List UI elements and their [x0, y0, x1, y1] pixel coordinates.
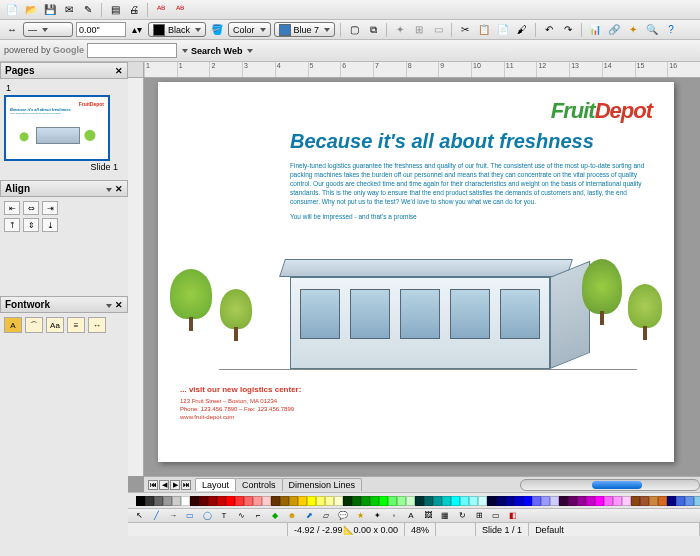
color-swatch[interactable]	[469, 496, 478, 506]
tab-controls[interactable]: Controls	[235, 478, 283, 491]
color-swatch[interactable]	[181, 496, 190, 506]
color-swatch[interactable]	[244, 496, 253, 506]
status-zoom[interactable]: 48%	[405, 523, 436, 536]
brush-icon[interactable]: 🖌	[514, 22, 530, 38]
tab-dimension[interactable]: Dimension Lines	[282, 478, 363, 491]
rect-icon[interactable]: ▭	[183, 510, 197, 522]
fontwork-shape-icon[interactable]: ⌒	[25, 317, 43, 333]
color-swatch[interactable]	[271, 496, 280, 506]
flowchart-icon[interactable]: ▱	[319, 510, 333, 522]
document-page[interactable]: FruitDepot Because it's all about freshn…	[158, 82, 674, 462]
cut-icon[interactable]: ✂	[457, 22, 473, 38]
color-swatch[interactable]	[442, 496, 451, 506]
color-swatch[interactable]	[424, 496, 433, 506]
help-icon[interactable]: ?	[663, 22, 679, 38]
color-swatch[interactable]	[451, 496, 460, 506]
text-icon[interactable]: T	[217, 510, 231, 522]
color-swatch[interactable]	[307, 496, 316, 506]
tab-last-icon[interactable]: ⏭	[181, 480, 191, 490]
color-swatch[interactable]	[478, 496, 487, 506]
color-swatch[interactable]	[595, 496, 604, 506]
tab-layout[interactable]: Layout	[195, 478, 236, 491]
slide-thumbnail[interactable]: FruitDepot Because it's all about freshn…	[4, 95, 110, 161]
color-swatch[interactable]	[217, 496, 226, 506]
copy-icon[interactable]: 📋	[476, 22, 492, 38]
color-swatch[interactable]	[334, 496, 343, 506]
shadow-icon[interactable]: ▢	[346, 22, 362, 38]
block-arrows-icon[interactable]: ⬈	[302, 510, 316, 522]
color-swatch[interactable]	[163, 496, 172, 506]
arrange-icon[interactable]: ▭	[430, 22, 446, 38]
callout-icon[interactable]: 💬	[336, 510, 350, 522]
undo-icon[interactable]: ↶	[541, 22, 557, 38]
fill-icon[interactable]: 🪣	[209, 22, 225, 38]
color-swatch[interactable]	[361, 496, 370, 506]
spell-icon[interactable]: ᴬᴮ	[153, 2, 169, 18]
search-dropdown-icon[interactable]	[182, 49, 188, 53]
color-swatch[interactable]	[289, 496, 298, 506]
align-center-v-icon[interactable]: ⇕	[23, 218, 39, 232]
search-web-button[interactable]: Search Web	[191, 46, 242, 56]
color-swatch[interactable]	[235, 496, 244, 506]
basic-shapes-icon[interactable]: ◆	[268, 510, 282, 522]
color-swatch[interactable]	[253, 496, 262, 506]
effects-icon[interactable]: ✦	[392, 22, 408, 38]
color-swatch[interactable]	[298, 496, 307, 506]
color-swatch[interactable]	[190, 496, 199, 506]
fontwork-align-icon[interactable]: ≡	[67, 317, 85, 333]
fontwork-spacing-icon[interactable]: ↔	[88, 317, 106, 333]
color-swatch[interactable]	[199, 496, 208, 506]
color-swatch[interactable]	[406, 496, 415, 506]
color-swatch[interactable]	[667, 496, 676, 506]
insert-image-icon[interactable]: 🖼	[421, 510, 435, 522]
color-swatch[interactable]	[523, 496, 532, 506]
color-swatch[interactable]	[541, 496, 550, 506]
color-swatch[interactable]	[388, 496, 397, 506]
close-icon[interactable]: ✕	[115, 66, 123, 76]
fill-type-combo[interactable]: Color	[228, 22, 271, 37]
fontwork-icon[interactable]: A	[404, 510, 418, 522]
color-swatch[interactable]	[604, 496, 613, 506]
align-icon[interactable]: ⊞	[411, 22, 427, 38]
color-swatch[interactable]	[685, 496, 694, 506]
color-swatch[interactable]	[226, 496, 235, 506]
curve-icon[interactable]: ∿	[234, 510, 248, 522]
color-swatch[interactable]	[622, 496, 631, 506]
color-swatch[interactable]	[154, 496, 163, 506]
align-top-icon[interactable]: ⤒	[4, 218, 20, 232]
symbol-shapes-icon[interactable]: ☻	[285, 510, 299, 522]
autospell-icon[interactable]: ᴬᴮ	[172, 2, 188, 18]
save-icon[interactable]: 💾	[42, 2, 58, 18]
align-icon[interactable]: ⊞	[472, 510, 486, 522]
ellipse-icon[interactable]: ◯	[200, 510, 214, 522]
color-swatch[interactable]	[676, 496, 685, 506]
color-swatch[interactable]	[577, 496, 586, 506]
paste-icon[interactable]: 📄	[495, 22, 511, 38]
crop-icon[interactable]: ⧉	[365, 22, 381, 38]
align-bottom-icon[interactable]: ⤓	[42, 218, 58, 232]
chart-icon[interactable]: 📊	[587, 22, 603, 38]
align-left-icon[interactable]: ⇤	[4, 201, 20, 215]
glue-icon[interactable]: ◦	[387, 510, 401, 522]
color-swatch[interactable]	[172, 496, 181, 506]
select-icon[interactable]: ↖	[132, 510, 146, 522]
color-swatch[interactable]	[487, 496, 496, 506]
color-swatch[interactable]	[568, 496, 577, 506]
pdf-icon[interactable]: ▤	[107, 2, 123, 18]
search-web-dropdown-icon[interactable]	[247, 49, 253, 53]
color-swatch[interactable]	[370, 496, 379, 506]
stepper-icon[interactable]: ▴▾	[129, 22, 145, 38]
color-swatch[interactable]	[325, 496, 334, 506]
color-swatch[interactable]	[649, 496, 658, 506]
color-swatch[interactable]	[658, 496, 667, 506]
color-swatch[interactable]	[280, 496, 289, 506]
color-swatch[interactable]	[550, 496, 559, 506]
line-style-combo[interactable]: —	[23, 22, 73, 37]
gallery-icon[interactable]: ▦	[438, 510, 452, 522]
search-input[interactable]	[87, 43, 177, 58]
align-center-h-icon[interactable]: ⇔	[23, 201, 39, 215]
tab-next-icon[interactable]: ▶	[170, 480, 180, 490]
line-width-spinner[interactable]	[76, 22, 126, 37]
color-swatch[interactable]	[460, 496, 469, 506]
color-swatch[interactable]	[631, 496, 640, 506]
